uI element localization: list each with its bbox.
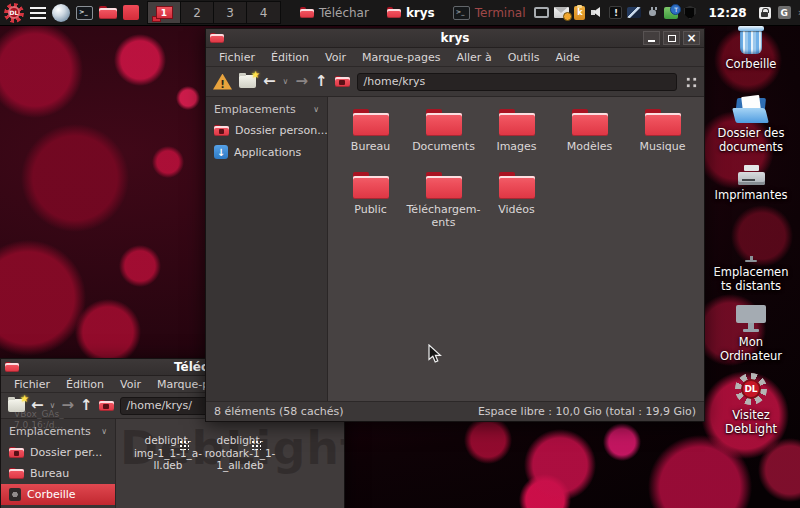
workspace-4[interactable]: 4 (247, 2, 280, 23)
file-manager-launcher-icon[interactable] (99, 6, 117, 20)
menu-voir[interactable]: Voir (318, 50, 353, 65)
workspace-2[interactable]: 2 (181, 2, 214, 23)
folder-icon (353, 172, 389, 199)
lock-icon[interactable] (759, 7, 771, 19)
bg-menu-fichier[interactable]: Fichier (7, 377, 57, 392)
mail-icon[interactable] (554, 7, 569, 18)
bg-sidebar: Emplacements ∨ Dossier per... Bureau Cor… (1, 419, 116, 508)
globe-icon (738, 233, 764, 262)
back-history-chevron-icon[interactable]: ∨ (283, 77, 289, 86)
up-icon[interactable]: ↑ (80, 398, 93, 413)
bg-menu-voir[interactable]: Voir (113, 377, 148, 392)
folder-documents[interactable]: Documents (407, 109, 480, 172)
folder-public[interactable]: Public (334, 172, 407, 235)
taskbar-window-telechargements[interactable]: Téléchar (291, 0, 378, 25)
path-field[interactable]: /home/krys (357, 73, 677, 91)
folder-icon (426, 109, 462, 136)
menu-outils[interactable]: Outils (501, 50, 547, 65)
terminal-launcher-icon[interactable] (76, 6, 93, 20)
shield-icon[interactable] (683, 6, 696, 20)
taskbar-window-krys[interactable]: krys (378, 0, 444, 25)
taskbar-window-terminal[interactable]: Terminal (444, 0, 535, 25)
file-deblight-img-deb[interactable]: deblight- img-1_1-1_a- ll.deb (128, 429, 208, 472)
folder-videos[interactable]: Vidéos (480, 172, 553, 235)
deblight-logo-icon[interactable]: DL (4, 3, 24, 23)
folder-bureau[interactable]: Bureau (334, 109, 407, 172)
folder-icon (300, 7, 314, 18)
sidebar-header-emplacements[interactable]: Emplacements ∨ (206, 97, 327, 120)
system-tray: 12:28 G (534, 6, 800, 20)
red-app-launcher-icon[interactable] (123, 5, 139, 20)
view-options-icon[interactable] (684, 75, 697, 88)
volume-icon[interactable] (590, 6, 604, 19)
krys-statusbar: 8 éléments (58 cachés) Espace libre : 10… (206, 401, 704, 421)
terminal-icon (453, 6, 470, 20)
home-folder-icon (214, 125, 229, 137)
home-icon[interactable] (99, 400, 114, 412)
new-folder-icon[interactable] (239, 75, 256, 88)
workspace-1-active-window: 1 (156, 6, 173, 19)
folder-modeles[interactable]: Modèles (553, 109, 626, 172)
menu-aller-a[interactable]: Aller à (449, 50, 498, 65)
desktop-icon-printers[interactable]: Imprimantes (705, 165, 797, 203)
chevron-down-icon: ∨ (101, 427, 107, 436)
folder-icon (387, 7, 401, 18)
sidebar-item-dossier-personnel[interactable]: Dossier person... (206, 120, 327, 141)
forward-icon[interactable]: → (295, 74, 308, 89)
desktop-icon-deblight[interactable]: DL Visitez DebLight (705, 373, 797, 436)
warning-icon[interactable] (213, 74, 232, 90)
workspace-1[interactable]: 1 (148, 2, 181, 23)
chevron-down-icon: ∨ (313, 105, 319, 114)
power-manager-icon[interactable] (646, 6, 659, 19)
desktop-icon-trash[interactable]: Corbeille (705, 29, 797, 72)
folder-icon (645, 109, 681, 136)
bg-sidebar-item-home[interactable]: Dossier per... (1, 442, 115, 463)
krys-titlebar[interactable]: krys (206, 29, 704, 48)
menu-marque-pages[interactable]: Marque-pages (355, 50, 447, 65)
up-icon[interactable]: ↑ (315, 74, 328, 89)
status-items-count: 8 éléments (58 cachés) (214, 405, 343, 418)
maximize-button[interactable] (663, 31, 680, 45)
sidebar-item-applications[interactable]: Applications (206, 141, 327, 163)
menu-edition[interactable]: Édition (264, 50, 316, 65)
taskbar: DL 1 2 3 4 Téléchar krys (0, 0, 800, 26)
clock[interactable]: 12:28 (708, 6, 746, 20)
documents-folder-icon (734, 96, 768, 123)
bg-file-view: DebLight deblight- img-1_1-1_a- ll.deb d… (116, 419, 344, 508)
applications-menu-icon[interactable] (30, 7, 46, 19)
display-icon[interactable] (534, 7, 549, 18)
folder-images[interactable]: Images (480, 109, 553, 172)
bg-menu-edition[interactable]: Édition (59, 377, 111, 392)
bg-sidebar-item-corbeille[interactable]: Corbeille (1, 484, 115, 505)
status-free-space: Espace libre : 10,0 Gio (total : 19,9 Gi… (478, 405, 696, 418)
desktop-icon-documents[interactable]: Dossier des documents (705, 96, 797, 154)
krys-window-title: krys (441, 31, 470, 45)
language-indicator[interactable]: G (778, 6, 791, 19)
clipboard-manager-icon[interactable] (574, 6, 585, 20)
workspace-3[interactable]: 3 (214, 2, 247, 23)
window-folder-icon (210, 33, 224, 44)
window-folder-icon (5, 362, 19, 373)
home-icon[interactable] (335, 76, 350, 88)
bg-sidebar-item-bureau[interactable]: Bureau (1, 463, 115, 484)
file-deblight-rootdark-deb[interactable]: deblight- rootdark-1_1- 1_all.deb (200, 429, 280, 472)
alerts-icon[interactable] (609, 6, 622, 19)
screenshot-tool-icon[interactable] (627, 7, 641, 18)
window-krys: krys Fichier Édition Voir Marque-pages A… (205, 28, 705, 422)
close-button[interactable] (686, 32, 696, 44)
web-browser-launcher-icon[interactable] (52, 4, 70, 22)
krys-sidebar: Emplacements ∨ Dossier person... Applica… (206, 97, 328, 401)
folder-musique[interactable]: Musique (626, 109, 699, 172)
minimize-button[interactable] (643, 31, 660, 45)
trash-icon (9, 488, 21, 501)
folder-telechargements[interactable]: Téléchargem- ents (407, 172, 480, 235)
krys-toolbar: ← ∨ → ↑ /home/krys (206, 67, 704, 97)
back-icon[interactable]: ← (263, 74, 276, 89)
desktop-icon-remote-places[interactable]: Emplacemen ts distants (705, 233, 797, 293)
folder-icon (426, 172, 462, 199)
network-map-icon[interactable] (664, 7, 678, 19)
home-folder-icon (9, 447, 24, 459)
desktop-icon-computer[interactable]: Mon Ordinateur (705, 305, 797, 363)
menu-aide[interactable]: Aide (548, 50, 586, 65)
menu-fichier[interactable]: Fichier (212, 50, 262, 65)
